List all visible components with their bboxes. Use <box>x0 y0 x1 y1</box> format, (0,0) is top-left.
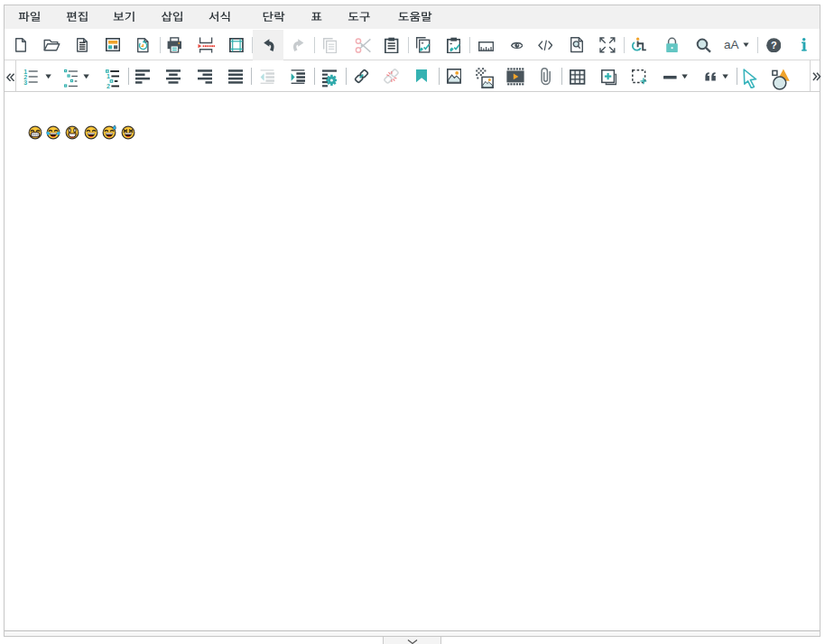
svg-text:2: 2 <box>107 83 110 88</box>
svg-text:3: 3 <box>23 79 27 86</box>
svg-text:1: 1 <box>107 73 110 79</box>
svg-text:?: ? <box>771 40 777 51</box>
